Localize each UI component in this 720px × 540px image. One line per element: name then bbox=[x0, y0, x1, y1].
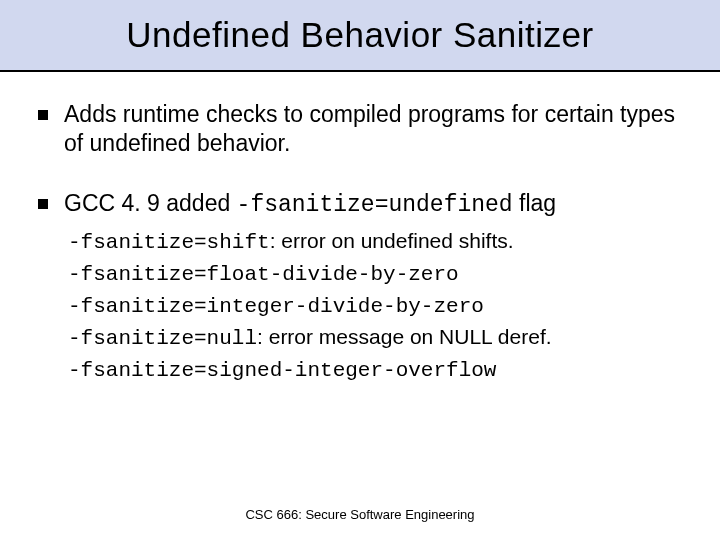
bullet-item: GCC 4. 9 added -fsanitize=undefined flag… bbox=[38, 189, 682, 386]
slide-title: Undefined Behavior Sanitizer bbox=[126, 15, 593, 55]
bullet-list: Adds runtime checks to compiled programs… bbox=[38, 100, 682, 385]
inline-code: -fsanitize=shift bbox=[68, 231, 270, 254]
slide-content: Adds runtime checks to compiled programs… bbox=[0, 72, 720, 385]
sub-text: : error on undefined shifts. bbox=[270, 229, 514, 252]
inline-code: -fsanitize=signed-integer-overflow bbox=[68, 359, 496, 382]
sub-bullet-item: -fsanitize=integer-divide-by-zero bbox=[64, 290, 682, 322]
inline-code: -fsanitize=integer-divide-by-zero bbox=[68, 295, 484, 318]
inline-code: -fsanitize=float-divide-by-zero bbox=[68, 263, 459, 286]
slide-footer: CSC 666: Secure Software Engineering bbox=[0, 507, 720, 522]
inline-code: -fsanitize=undefined bbox=[237, 192, 513, 218]
sub-text: : error message on NULL deref. bbox=[257, 325, 552, 348]
title-bar: Undefined Behavior Sanitizer bbox=[0, 0, 720, 72]
sub-bullet-item: -fsanitize=null: error message on NULL d… bbox=[64, 322, 682, 354]
bullet-item: Adds runtime checks to compiled programs… bbox=[38, 100, 682, 159]
bullet-text-pre: GCC 4. 9 added bbox=[64, 190, 237, 216]
sub-bullet-item: -fsanitize=signed-integer-overflow bbox=[64, 354, 682, 386]
inline-code: -fsanitize=null bbox=[68, 327, 257, 350]
bullet-text: Adds runtime checks to compiled programs… bbox=[64, 101, 675, 156]
sub-bullet-item: -fsanitize=shift: error on undefined shi… bbox=[64, 226, 682, 258]
bullet-text-post: flag bbox=[513, 190, 556, 216]
sub-bullet-list: -fsanitize=shift: error on undefined shi… bbox=[64, 226, 682, 385]
sub-bullet-item: -fsanitize=float-divide-by-zero bbox=[64, 258, 682, 290]
